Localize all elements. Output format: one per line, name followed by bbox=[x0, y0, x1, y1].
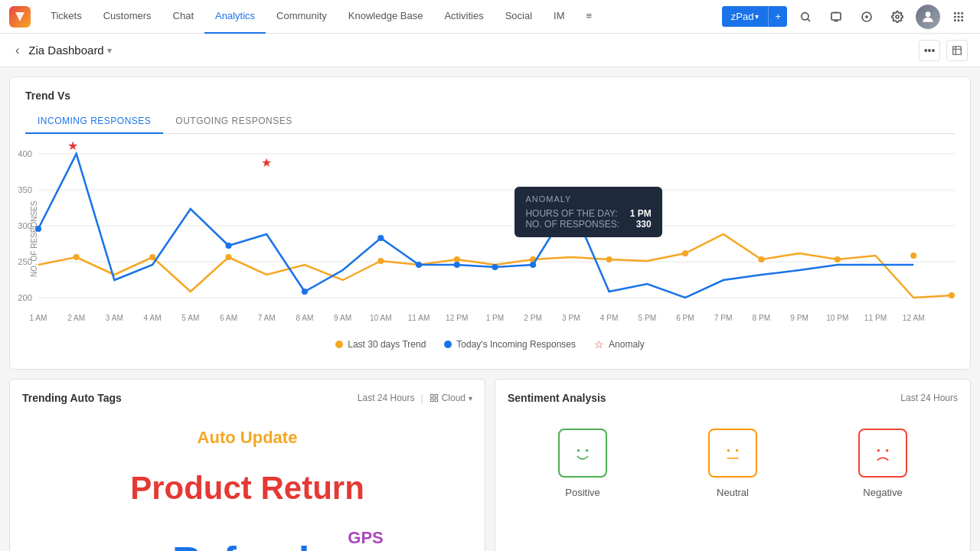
svg-rect-11 bbox=[961, 15, 963, 18]
expand-button[interactable] bbox=[946, 40, 968, 61]
legend-label-anomaly: Anomaly bbox=[609, 339, 645, 350]
trend-tabs: INCOMING RESPONSES OUTGOING RESPONSES bbox=[25, 109, 955, 134]
svg-point-30 bbox=[454, 256, 460, 262]
legend-label-today: Today's Incoming Responses bbox=[456, 339, 576, 350]
sentiment-negative: Negative bbox=[858, 429, 907, 498]
svg-text:400: 400 bbox=[18, 149, 32, 158]
svg-text:6 PM: 6 PM bbox=[676, 314, 694, 322]
svg-text:6 AM: 6 AM bbox=[220, 314, 237, 322]
svg-text:200: 200 bbox=[18, 293, 32, 302]
nav-community[interactable]: Community bbox=[266, 0, 338, 34]
view-icon bbox=[430, 393, 439, 403]
svg-text:11 PM: 11 PM bbox=[864, 314, 887, 322]
tab-outgoing[interactable]: OUTGOING RESPONSES bbox=[163, 109, 304, 134]
back-button[interactable]: ‹ bbox=[12, 41, 22, 60]
svg-text:7 PM: 7 PM bbox=[714, 314, 733, 322]
zpad-button[interactable]: zPad ▾ bbox=[722, 6, 769, 27]
nav-more[interactable]: ≡ bbox=[576, 0, 603, 34]
svg-rect-75 bbox=[435, 395, 438, 398]
word-stylus[interactable]: Stylus bbox=[88, 541, 157, 551]
nav-right-actions: zPad ▾ + bbox=[722, 5, 971, 29]
nav-activities[interactable]: Activities bbox=[433, 0, 494, 34]
svg-text:250: 250 bbox=[18, 257, 32, 266]
svg-text:300: 300 bbox=[18, 221, 32, 230]
svg-point-80 bbox=[727, 449, 730, 452]
svg-point-42 bbox=[416, 262, 422, 268]
subheader: ‹ Zia Dashboard ▾ ••• bbox=[0, 34, 980, 67]
tab-incoming[interactable]: INCOMING RESPONSES bbox=[25, 109, 163, 134]
sentiment-neutral-icon bbox=[708, 429, 757, 478]
chart-inner: 400 350 300 250 200 bbox=[38, 146, 955, 332]
nav-customers[interactable]: Customers bbox=[93, 0, 162, 34]
notifications-button[interactable] bbox=[824, 5, 848, 29]
svg-point-44 bbox=[492, 264, 498, 270]
y-axis-label: NO. OF RESPONSES bbox=[25, 146, 38, 332]
legend-dot-today bbox=[444, 341, 452, 348]
svg-point-40 bbox=[302, 289, 308, 295]
word-cloud-row3: Stylus Refund GPS Screen bbox=[22, 521, 472, 551]
svg-point-5 bbox=[926, 11, 931, 17]
sentiment-neutral: Neutral bbox=[708, 429, 757, 498]
settings-button[interactable] bbox=[885, 5, 910, 29]
svg-text:4 PM: 4 PM bbox=[600, 314, 619, 322]
nav-social[interactable]: Social bbox=[495, 0, 543, 34]
word-gps[interactable]: GPS bbox=[348, 523, 383, 551]
sentiment-grid: Positive Neutral bbox=[508, 413, 958, 514]
chart-wrap: NO. OF RESPONSES 400 350 300 250 bbox=[25, 146, 955, 332]
nav-im[interactable]: IM bbox=[543, 0, 575, 34]
nav-tickets[interactable]: Tickets bbox=[40, 0, 93, 34]
svg-rect-77 bbox=[435, 399, 438, 402]
nav-chat[interactable]: Chat bbox=[162, 0, 204, 34]
sentiment-positive: Positive bbox=[558, 429, 607, 498]
user-avatar[interactable] bbox=[916, 5, 940, 29]
chart-legend: Last 30 days Trend Today's Incoming Resp… bbox=[25, 332, 955, 361]
svg-point-1 bbox=[802, 12, 808, 19]
sentiment-title: Sentiment Analysis bbox=[508, 392, 606, 404]
nav-analytics[interactable]: Analytics bbox=[204, 0, 266, 34]
more-options-button[interactable]: ••• bbox=[919, 40, 940, 61]
svg-rect-74 bbox=[430, 395, 433, 398]
svg-point-33 bbox=[682, 250, 688, 256]
cloud-label: Cloud bbox=[442, 393, 466, 403]
legend-item-anomaly: ☆ Anomaly bbox=[594, 338, 645, 350]
svg-text:5 PM: 5 PM bbox=[638, 314, 656, 322]
grid-menu-button[interactable] bbox=[946, 5, 971, 29]
games-button[interactable] bbox=[854, 5, 879, 29]
word-refund[interactable]: Refund bbox=[172, 526, 309, 551]
zpad-label: zPad bbox=[731, 11, 754, 22]
search-button[interactable] bbox=[793, 5, 818, 29]
nav-knowledge-base[interactable]: Knowledge Base bbox=[338, 0, 434, 34]
bottom-row: Trending Auto Tags Last 24 Hours | Cloud… bbox=[9, 379, 971, 551]
trending-tags-title: Trending Auto Tags bbox=[22, 392, 122, 404]
zpad-plus-button[interactable]: + bbox=[769, 6, 787, 27]
svg-point-41 bbox=[377, 235, 384, 241]
svg-rect-14 bbox=[961, 19, 963, 21]
svg-point-26 bbox=[74, 254, 80, 260]
word-product-return[interactable]: Product Return bbox=[130, 459, 364, 517]
svg-text:9 AM: 9 AM bbox=[334, 314, 351, 322]
app-logo[interactable] bbox=[9, 6, 31, 28]
svg-text:7 AM: 7 AM bbox=[258, 314, 276, 322]
trend-card: Trend Vs INCOMING RESPONSES OUTGOING RES… bbox=[9, 77, 971, 370]
svg-text:2 AM: 2 AM bbox=[67, 314, 85, 322]
sentiment-negative-label: Negative bbox=[863, 487, 902, 498]
svg-point-35 bbox=[835, 256, 841, 262]
word-auto-update[interactable]: Auto Update bbox=[198, 422, 298, 453]
svg-rect-12 bbox=[954, 19, 956, 21]
svg-rect-6 bbox=[954, 12, 956, 15]
svg-rect-2 bbox=[831, 12, 841, 19]
legend-item-today: Today's Incoming Responses bbox=[444, 338, 576, 350]
svg-text:12 PM: 12 PM bbox=[446, 314, 468, 322]
avatar-initials bbox=[916, 5, 940, 29]
chart-container: NO. OF RESPONSES 400 350 300 250 bbox=[10, 134, 970, 369]
word-cloud-row1: Auto Update bbox=[22, 421, 472, 455]
svg-text:1 PM: 1 PM bbox=[486, 314, 505, 322]
svg-text:1 AM: 1 AM bbox=[29, 314, 47, 322]
svg-text:11 AM: 11 AM bbox=[408, 314, 430, 322]
svg-text:8 AM: 8 AM bbox=[296, 314, 313, 322]
svg-point-28 bbox=[225, 254, 231, 260]
svg-rect-10 bbox=[958, 15, 960, 18]
svg-text:★: ★ bbox=[563, 188, 573, 202]
page-title[interactable]: Zia Dashboard ▾ bbox=[28, 44, 111, 57]
svg-rect-76 bbox=[430, 399, 433, 402]
